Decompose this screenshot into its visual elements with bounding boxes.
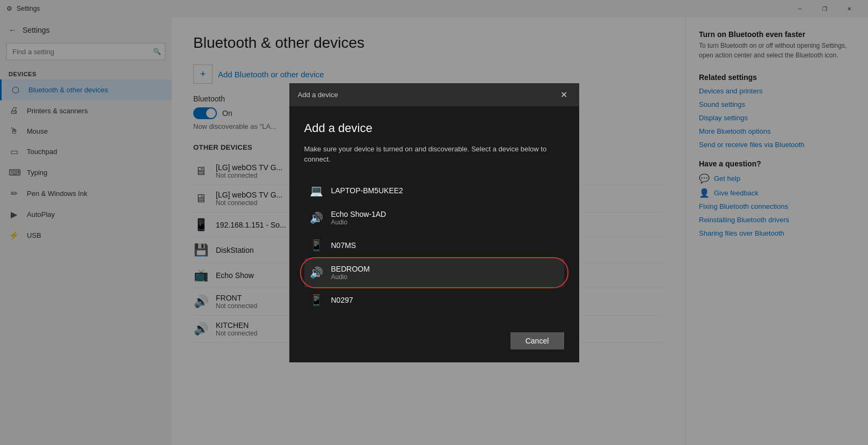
modal-heading: Add a device — [304, 121, 564, 135]
modal-device-name-4: N0297 — [331, 296, 353, 304]
modal-desc: Make sure your device is turned on and d… — [304, 144, 564, 165]
modal-device-info-3: BEDROOM Audio — [331, 265, 370, 281]
modal-overlay: Add a device ✕ Add a device Make sure yo… — [0, 0, 868, 445]
modal-device-icon-0: 💻 — [310, 184, 324, 197]
modal-device-item-2[interactable]: 📱 N07MS — [304, 232, 564, 258]
modal-device-info-1: Echo Show-1AD Audio — [331, 210, 386, 226]
modal-device-item-4[interactable]: 📱 N0297 — [304, 287, 564, 313]
modal-device-icon-1: 🔊 — [310, 211, 324, 224]
modal-device-name-0: LAPTOP-BM5UKEE2 — [331, 186, 403, 195]
modal-device-info-4: N0297 — [331, 296, 353, 304]
modal-close-button[interactable]: ✕ — [557, 89, 571, 101]
modal-device-icon-3: 🔊 — [310, 266, 324, 279]
modal-footer: Cancel — [289, 324, 579, 362]
modal-device-name-2: N07MS — [331, 241, 356, 250]
modal-title: Add a device — [298, 91, 338, 99]
modal-device-info-2: N07MS — [331, 241, 356, 250]
cancel-button[interactable]: Cancel — [510, 332, 564, 349]
add-device-modal: Add a device ✕ Add a device Make sure yo… — [289, 83, 579, 362]
modal-device-icon-4: 📱 — [310, 294, 324, 307]
modal-device-item-0[interactable]: 💻 LAPTOP-BM5UKEE2 — [304, 178, 564, 203]
modal-device-list: 💻 LAPTOP-BM5UKEE2 🔊 Echo Show-1AD Audio … — [304, 178, 564, 313]
modal-title-bar: Add a device ✕ — [289, 83, 579, 106]
modal-device-item-3[interactable]: 🔊 BEDROOM Audio — [304, 258, 564, 287]
modal-device-name-3: BEDROOM — [331, 265, 370, 273]
modal-device-sub-1: Audio — [331, 218, 386, 226]
modal-device-sub-3: Audio — [331, 273, 370, 281]
modal-body: Add a device Make sure your device is tu… — [289, 106, 579, 324]
modal-device-name-1: Echo Show-1AD — [331, 210, 386, 218]
modal-device-icon-2: 📱 — [310, 239, 324, 252]
modal-device-info-0: LAPTOP-BM5UKEE2 — [331, 186, 403, 195]
modal-device-item-1[interactable]: 🔊 Echo Show-1AD Audio — [304, 203, 564, 232]
